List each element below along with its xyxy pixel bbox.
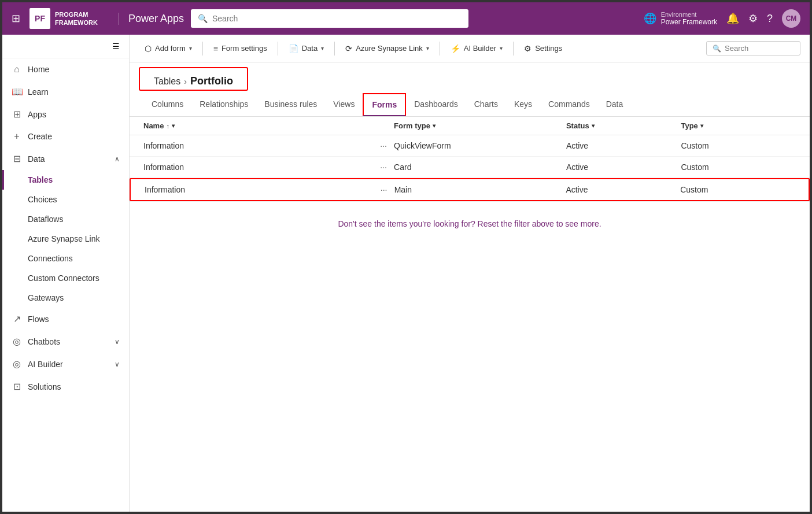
tab-business-rules[interactable]: Business rules: [256, 94, 325, 116]
logo-area: PF PROGRAMFRAMEWORK: [29, 8, 98, 29]
azure-synapse-button[interactable]: ⟳ Azure Synapse Link ▾: [339, 40, 435, 57]
notification-icon[interactable]: 🔔: [726, 12, 739, 25]
sidebar-item-ai-builder[interactable]: ◎ AI Builder ∨: [2, 353, 129, 375]
sidebar-item-dataflows[interactable]: Dataflows: [2, 209, 129, 229]
toolbar-sep-2: [278, 42, 278, 56]
flows-icon: ↗: [12, 313, 22, 324]
tab-data[interactable]: Data: [598, 94, 632, 116]
hamburger-icon: ☰: [112, 42, 120, 51]
environment-area[interactable]: 🌐 Environment Power Framework: [644, 11, 717, 26]
col-header-name[interactable]: Name ↑ ▾: [143, 121, 373, 130]
add-form-button[interactable]: ⬡ Add form ▾: [139, 40, 198, 57]
toolbar-search[interactable]: 🔍: [706, 41, 800, 56]
row-options-2[interactable]: ···: [373, 162, 394, 172]
breadcrumb-separator: ›: [184, 77, 187, 86]
type-chevron-icon: ▾: [700, 123, 703, 129]
table-row[interactable]: Information ··· Card Active Custom: [130, 157, 810, 178]
environment-icon: 🌐: [644, 12, 656, 25]
sidebar-section-data[interactable]: ⊟ Data ∧: [2, 147, 129, 170]
form-settings-label: Form settings: [222, 44, 267, 53]
avatar[interactable]: CM: [782, 9, 800, 28]
sidebar-item-chatbots[interactable]: ◎ Chatbots ∨: [2, 330, 129, 353]
form-settings-icon: ≡: [213, 44, 218, 53]
sidebar-item-choices[interactable]: Choices: [2, 190, 129, 209]
table-container: Name ↑ ▾ Form type ▾ Status ▾ Type: [130, 117, 810, 512]
tab-columns[interactable]: Columns: [143, 94, 191, 116]
ai-builder-chevron-tb: ▾: [500, 45, 503, 51]
tab-charts[interactable]: Charts: [466, 94, 506, 116]
solutions-icon: ⊡: [12, 381, 22, 392]
data-chevron: ▾: [321, 45, 324, 51]
col-header-type[interactable]: Type ▾: [681, 121, 796, 130]
tab-keys[interactable]: Keys: [506, 94, 540, 116]
cell-status-1: Active: [566, 141, 681, 150]
tab-relationships[interactable]: Relationships: [191, 94, 256, 116]
logo-box: PF: [29, 8, 50, 29]
sidebar-label-home: Home: [28, 65, 49, 74]
add-form-chevron: ▾: [189, 45, 192, 51]
table-row[interactable]: Information ··· Main Active Custom: [130, 178, 810, 201]
env-text: Environment Power Framework: [661, 11, 717, 26]
help-icon[interactable]: ?: [767, 13, 773, 25]
sidebar-item-home[interactable]: ⌂ Home: [2, 58, 129, 80]
global-search-input[interactable]: [212, 14, 462, 23]
name-sort-icon: ↑: [166, 123, 169, 130]
status-chevron-icon: ▾: [592, 123, 595, 129]
waffle-icon[interactable]: ⊞: [12, 12, 20, 25]
breadcrumb: Tables › Portfolio: [139, 67, 248, 91]
tab-forms[interactable]: Forms: [363, 93, 406, 116]
ai-builder-icon: ◎: [12, 358, 22, 369]
data-button[interactable]: 📄 Data ▾: [283, 40, 330, 57]
sidebar-label-solutions: Solutions: [28, 382, 61, 391]
sidebar-item-solutions[interactable]: ⊡ Solutions: [2, 375, 129, 398]
sidebar-toggle[interactable]: ☰: [2, 35, 129, 58]
data-label: Data: [302, 44, 318, 53]
toolbar-search-input[interactable]: [725, 44, 794, 53]
sidebar-item-connections[interactable]: Connections: [2, 249, 129, 268]
sidebar-item-azure-synapse[interactable]: Azure Synapse Link: [2, 229, 129, 249]
cell-type-3: Custom: [680, 185, 795, 194]
table-header: Name ↑ ▾ Form type ▾ Status ▾ Type: [130, 117, 810, 135]
settings-icon[interactable]: ⚙: [748, 12, 758, 25]
azure-chevron: ▾: [426, 45, 429, 51]
ai-builder-button[interactable]: ⚡ AI Builder ▾: [445, 40, 508, 57]
sidebar-item-custom-connectors[interactable]: Custom Connectors: [2, 268, 129, 288]
col-header-form-type[interactable]: Form type ▾: [394, 121, 566, 130]
chatbots-chevron-icon: ∨: [115, 338, 120, 346]
tab-commands[interactable]: Commands: [540, 94, 598, 116]
sidebar-item-tables[interactable]: Tables: [2, 170, 129, 190]
form-settings-button[interactable]: ≡ Form settings: [208, 40, 273, 57]
col-header-status[interactable]: Status ▾: [566, 121, 681, 130]
table-row-container-1: Information ··· QuickViewForm Active Cus…: [130, 135, 810, 157]
data-chevron-icon: ∧: [115, 155, 120, 163]
sidebar-item-gateways[interactable]: Gateways: [2, 288, 129, 308]
breadcrumb-tables-link[interactable]: Tables: [154, 76, 180, 87]
azure-label: Azure Synapse Link: [356, 44, 423, 53]
cell-name-2: Information: [143, 162, 373, 172]
table-row[interactable]: Information ··· QuickViewForm Active Cus…: [130, 135, 810, 156]
nav-right: 🌐 Environment Power Framework 🔔 ⚙ ? CM: [644, 9, 800, 28]
sidebar-item-learn[interactable]: 📖 Learn: [2, 80, 129, 103]
content-area: ⬡ Add form ▾ ≡ Form settings 📄 Data ▾: [130, 35, 810, 512]
row-options-1[interactable]: ···: [373, 141, 394, 150]
sidebar-label-apps: Apps: [28, 110, 46, 119]
tab-dashboards[interactable]: Dashboards: [406, 94, 466, 116]
cell-name-1: Information: [143, 141, 373, 150]
global-search-bar[interactable]: 🔍: [191, 9, 468, 28]
add-form-label: Add form: [155, 44, 186, 53]
toolbar-sep-5: [513, 42, 514, 56]
no-items-message: Don't see the items you're looking for? …: [130, 202, 810, 246]
row-options-3[interactable]: ···: [374, 185, 394, 194]
settings-button[interactable]: ⚙ Settings: [518, 40, 568, 57]
sidebar-label-flows: Flows: [28, 315, 49, 324]
sidebar-item-flows[interactable]: ↗ Flows: [2, 308, 129, 330]
settings-tb-icon: ⚙: [524, 44, 532, 53]
sidebar-item-apps[interactable]: ⊞ Apps: [2, 103, 129, 125]
sidebar-item-create[interactable]: + Create: [2, 125, 129, 147]
tab-views[interactable]: Views: [325, 94, 363, 116]
cell-form-type-1: QuickViewForm: [394, 141, 566, 150]
sidebar-label-ai-builder: AI Builder: [28, 360, 63, 369]
settings-label: Settings: [535, 44, 562, 53]
sidebar-label-learn: Learn: [28, 87, 49, 97]
learn-icon: 📖: [12, 86, 22, 97]
